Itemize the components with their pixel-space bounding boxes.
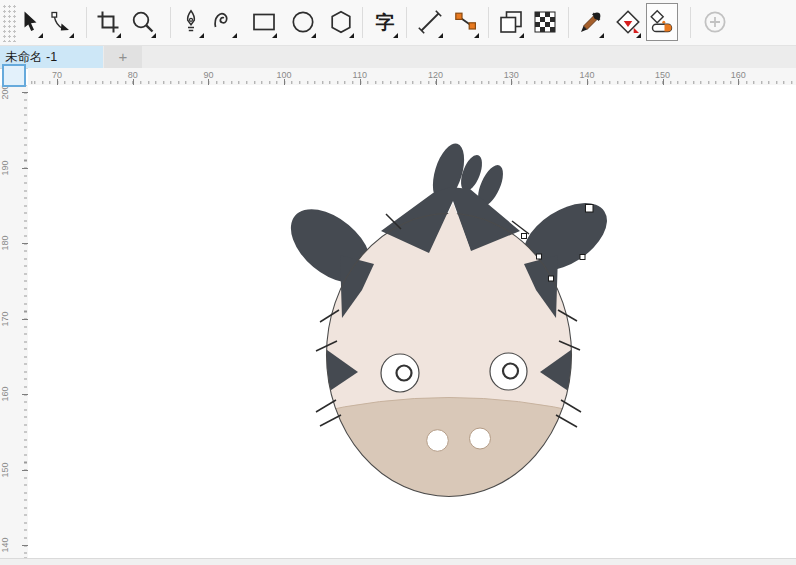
eyedropper-icon <box>578 9 604 35</box>
bottom-strip <box>0 558 796 565</box>
ruler-label: 180 <box>0 230 10 256</box>
ruler-label: 170 <box>0 306 10 332</box>
flyout-indicator[interactable] <box>636 33 641 38</box>
toolbar-separator <box>690 7 691 38</box>
pen-icon <box>178 9 204 35</box>
toolbar-separator <box>170 7 171 38</box>
zoom-tool-button[interactable] <box>127 3 159 41</box>
horizontal-ruler[interactable]: 708090100110120130140150160 <box>28 68 796 86</box>
shape-edit-tool-button[interactable] <box>45 3 77 41</box>
tick-stroke[interactable] <box>316 400 336 412</box>
vertical-ruler-minor-ticks <box>24 85 27 558</box>
node-handle-start[interactable] <box>586 205 594 213</box>
horizontal-ruler-minor-ticks <box>28 81 796 84</box>
rectangle-tool-button[interactable] <box>248 3 280 41</box>
right-pupil[interactable] <box>503 364 518 379</box>
node-handle[interactable] <box>522 234 527 239</box>
ellipse-icon <box>290 9 316 35</box>
toolbar-separator <box>86 7 87 38</box>
ruler-label: 200 <box>0 85 10 105</box>
flyout-indicator[interactable] <box>599 33 604 38</box>
ruler-label: 140 <box>0 532 10 558</box>
flyout-indicator[interactable] <box>151 33 156 38</box>
pick-icon <box>17 9 43 35</box>
toolbar-separator <box>406 7 407 38</box>
bspline-tool-button[interactable] <box>208 3 240 41</box>
right-nostril[interactable] <box>470 428 491 449</box>
left-pupil[interactable] <box>397 366 412 381</box>
fill-tool-button[interactable] <box>612 3 644 41</box>
crop-icon <box>95 9 121 35</box>
flyout-indicator[interactable] <box>393 33 398 38</box>
text-icon: 字 <box>372 9 398 35</box>
node-handle[interactable] <box>580 255 585 260</box>
pen-tool-button[interactable] <box>175 3 207 41</box>
tick-stroke[interactable] <box>561 400 581 412</box>
polygon-icon <box>328 9 354 35</box>
dimension-icon <box>417 9 443 35</box>
flyout-indicator[interactable] <box>116 33 121 38</box>
ellipse-tool-button[interactable] <box>287 3 319 41</box>
flyout-indicator[interactable] <box>438 33 443 38</box>
svg-text:字: 字 <box>376 12 395 33</box>
muzzle[interactable] <box>310 398 588 506</box>
rectangle-icon <box>251 9 277 35</box>
text-tool-button[interactable]: 字 <box>369 3 401 41</box>
toolbar-separator <box>362 7 363 38</box>
eyedropper-tool-button[interactable] <box>575 3 607 41</box>
flyout-indicator[interactable] <box>519 33 524 38</box>
smart-fill-tool-button[interactable] <box>646 3 678 41</box>
tick-stroke[interactable] <box>320 415 341 426</box>
flyout-indicator[interactable] <box>232 33 237 38</box>
vertical-ruler[interactable]: 200190180170160150140 <box>0 85 29 558</box>
pick-tool-button[interactable] <box>14 3 46 41</box>
add-tools-icon <box>702 9 728 35</box>
cow-head-artwork[interactable] <box>28 85 796 558</box>
ruler-origin-button[interactable] <box>2 64 26 87</box>
plus-icon: + <box>119 48 128 65</box>
bspline-icon <box>211 9 237 35</box>
toolbox-toolbar: 字 <box>0 0 796 46</box>
pattern-tool-button[interactable] <box>529 3 561 41</box>
dimension-tool-button[interactable] <box>414 3 446 41</box>
new-document-tab-button[interactable]: + <box>104 46 142 68</box>
contour-tool-button[interactable] <box>495 3 527 41</box>
drawing-canvas[interactable] <box>28 85 796 558</box>
connector-tool-button[interactable] <box>450 3 482 41</box>
app-window: { "toolbar": { "text_glyph": "字", "tools… <box>0 0 796 565</box>
smart-fill-icon <box>649 9 675 35</box>
toolbar-separator <box>568 7 569 38</box>
contour-icon <box>498 9 524 35</box>
flyout-indicator[interactable] <box>474 33 479 38</box>
tick-stroke[interactable] <box>556 415 577 427</box>
ruler-label: 160 <box>0 381 10 407</box>
add-tools-tool-button <box>699 3 731 41</box>
flyout-indicator[interactable] <box>272 33 277 38</box>
shape-edit-icon <box>48 9 74 35</box>
left-nostril[interactable] <box>427 430 449 452</box>
flyout-indicator[interactable] <box>311 33 316 38</box>
fill-icon <box>615 9 641 35</box>
flyout-indicator[interactable] <box>349 33 354 38</box>
flyout-indicator[interactable] <box>38 33 43 38</box>
connector-icon <box>453 9 479 35</box>
crop-tool-button[interactable] <box>92 3 124 41</box>
node-handle[interactable] <box>537 254 542 259</box>
pattern-icon <box>532 9 558 35</box>
zoom-icon <box>130 9 156 35</box>
toolbar-separator <box>488 7 489 38</box>
document-tab-label: 未命名 -1 <box>5 50 57 64</box>
flyout-indicator[interactable] <box>199 33 204 38</box>
document-tab-bar: 未命名 -1 + <box>0 46 796 69</box>
polygon-tool-button[interactable] <box>325 3 357 41</box>
ruler-label: 190 <box>0 155 10 181</box>
ruler-label: 150 <box>0 457 10 483</box>
flyout-indicator[interactable] <box>69 33 74 38</box>
node-handle[interactable] <box>549 276 554 281</box>
